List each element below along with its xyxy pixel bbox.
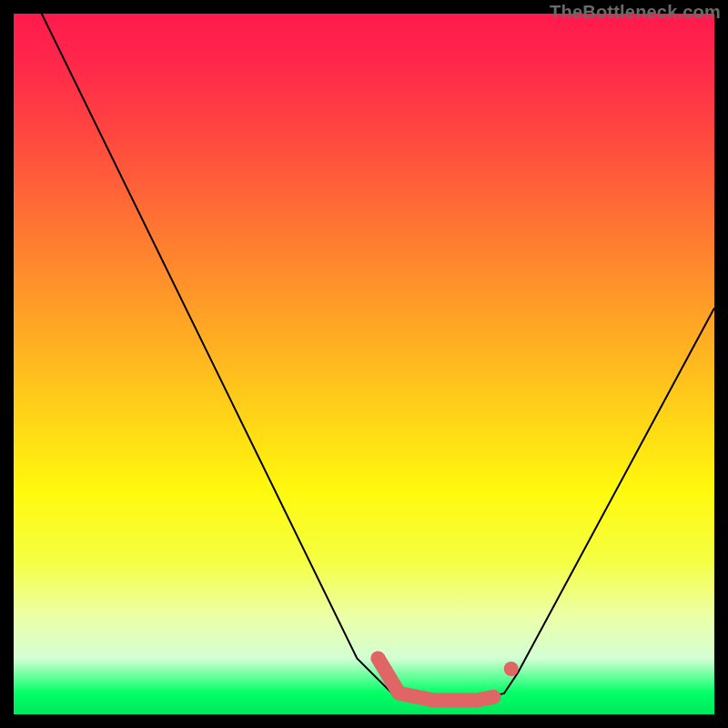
valley-highlight — [378, 658, 493, 700]
plot-area — [14, 14, 714, 714]
watermark-text: TheBottleneck.com — [550, 2, 721, 23]
valley-highlight-dot — [504, 662, 519, 676]
curve-svg — [14, 14, 714, 714]
chart-container: TheBottleneck.com — [0, 0, 728, 728]
bottleneck-curve — [42, 14, 714, 701]
